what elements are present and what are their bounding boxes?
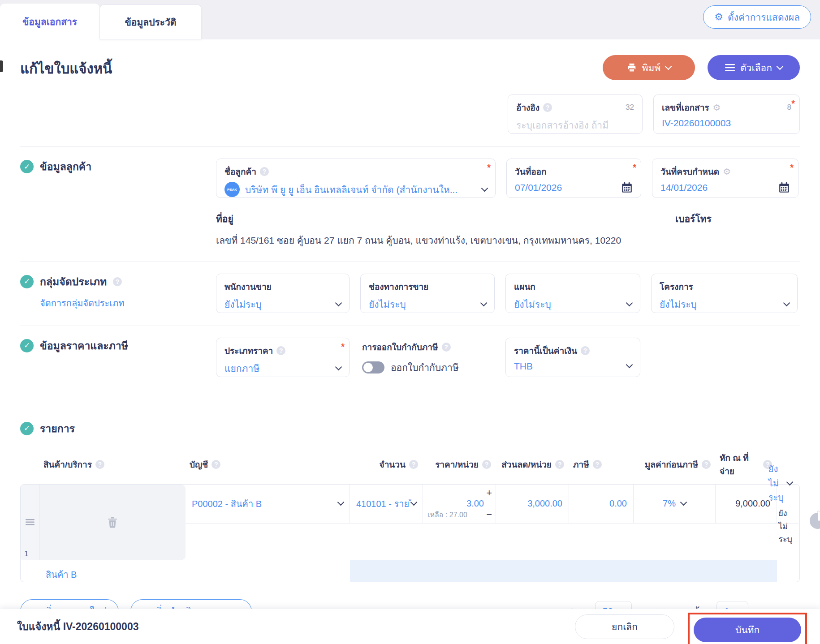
help-icon[interactable]: ? <box>593 460 602 469</box>
classification-section-title: กลุ่มจัดประเภท <box>40 274 107 290</box>
help-icon[interactable]: ? <box>543 103 552 112</box>
print-button[interactable]: พิมพ์ <box>603 55 695 80</box>
col-withholding: หัก ณ ที่จ่าย <box>720 451 760 478</box>
doc-number-label: เลขที่เอกสาร <box>662 101 709 114</box>
tab-bar: ข้อมูลเอกสาร ข้อมูลประวัติ ⚙ ตั้งค่าการแ… <box>0 0 820 39</box>
chevron-down-icon[interactable] <box>335 363 342 370</box>
reference-row: อ้างอิง ? 32 ระบุเอกสารอ้างอิง ถ้ามี * เ… <box>20 94 800 134</box>
required-asterisk: * <box>341 342 345 352</box>
reference-field[interactable]: อ้างอิง ? 32 ระบุเอกสารอ้างอิง ถ้ามี <box>508 94 643 134</box>
chevron-down-icon <box>665 63 672 70</box>
quantity-input[interactable]: 3.00 <box>429 498 484 509</box>
help-icon[interactable]: ? <box>555 460 564 469</box>
help-icon[interactable]: ? <box>260 167 269 176</box>
options-label: ตัวเลือก <box>740 60 772 75</box>
stepper-minus-icon[interactable]: − <box>486 511 492 519</box>
col-product: สินค้า/บริการ <box>43 458 92 471</box>
required-asterisk: * <box>487 163 491 173</box>
save-button[interactable]: บันทึก <box>694 618 801 642</box>
doc-number-counter: 8 <box>787 103 791 112</box>
due-date-field[interactable]: * วันที่ครบกำหนด ⚙ 14/01/2026 <box>652 159 798 198</box>
pricing-section: ✓ ข้อมูลราคาและภาษี * ประเภทราคา ? แยกภา… <box>20 338 800 378</box>
department-dropdown[interactable]: แผนก ยังไม่ระบุ <box>505 274 640 313</box>
chevron-down-icon[interactable] <box>481 185 488 192</box>
doc-number-field[interactable]: * เลขที่เอกสาร ⚙ 8 IV-20260100003 <box>653 94 800 134</box>
due-date-label: วันที่ครบกำหนด <box>660 165 719 178</box>
row-actions-cell <box>39 485 186 560</box>
address-block: ที่อยู่ เลขที่ 145/161 ซอย คู้บอน 27 แยก… <box>20 211 800 249</box>
tab-history-info[interactable]: ข้อมูลประวัติ <box>99 4 202 39</box>
doc-number-input[interactable]: IV-20260100003 <box>662 118 791 129</box>
help-icon[interactable]: ? <box>276 346 285 355</box>
help-icon[interactable]: ? <box>113 277 122 286</box>
tax-invoice-toggle[interactable] <box>362 361 384 374</box>
item-description-cell[interactable]: สินค้า B <box>39 560 350 582</box>
help-icon[interactable]: ? <box>442 343 451 352</box>
salesperson-dropdown[interactable]: พนักงานขาย ยังไม่ระบุ <box>216 274 350 313</box>
check-circle-icon: ✓ <box>20 160 34 173</box>
cancel-button[interactable]: ยกเลิก <box>575 614 674 639</box>
account-cell: 410101 - รายได้จากการขาย... <box>350 485 423 524</box>
customer-name-field[interactable]: * ชื่อลูกค้า ? PEAK บริษัท พี ยู ยู เอ็น… <box>216 159 496 198</box>
chevron-down-icon[interactable] <box>335 299 342 306</box>
chevron-down-icon[interactable] <box>480 299 488 306</box>
withholding-dropdown[interactable]: ยังไม่ระบุ <box>768 462 792 505</box>
row-handle-cell[interactable]: 1 <box>21 485 39 560</box>
address-text: เลขที่ 145/161 ซอย คู้บอน 27 แยก 7 ถนน ค… <box>216 232 644 249</box>
project-dropdown[interactable]: โครงการ ยังไม่ระบุ <box>651 274 798 313</box>
divider <box>20 262 800 262</box>
manage-classification-link[interactable]: จัดการกลุ่มจัดประเภท <box>40 296 216 310</box>
price-type-dropdown[interactable]: * ประเภทราคา ? แยกภาษี <box>216 338 350 377</box>
pie-chart-icon[interactable] <box>807 511 820 533</box>
help-icon[interactable]: ? <box>482 460 491 469</box>
chevron-down-icon <box>777 63 784 70</box>
trash-icon[interactable] <box>107 516 118 528</box>
tab-document-info[interactable]: ข้อมูลเอกสาร <box>0 4 99 39</box>
items-table-header: สินค้า/บริการ? บัญชี? จำนวน? ราคา/หน่วย?… <box>20 448 800 481</box>
quantity-remaining: เหลือ : 27.00 <box>427 509 467 520</box>
unit-price-cell: 3,000.00 <box>496 485 569 524</box>
title-row: แก้ไขใบแจ้งหนี้ พิมพ์ <box>20 57 800 80</box>
salesperson-value: ยังไม่ระบุ <box>224 297 262 312</box>
account-dropdown[interactable]: 410101 - รายได้จากการขาย... <box>356 497 416 511</box>
calendar-icon[interactable] <box>778 182 790 193</box>
chevron-down-icon[interactable] <box>626 299 633 306</box>
reference-input[interactable]: ระบุเอกสารอ้างอิง ถ้ามี <box>516 118 634 133</box>
help-icon[interactable]: ? <box>702 460 711 469</box>
check-circle-icon: ✓ <box>20 422 34 435</box>
chevron-down-icon[interactable] <box>783 299 790 306</box>
issue-date-value: 07/01/2026 <box>515 182 562 193</box>
tax-dropdown[interactable]: 7% <box>663 498 676 509</box>
reference-label: อ้างอิง <box>516 101 539 114</box>
options-button[interactable]: ตัวเลือก <box>708 55 800 80</box>
help-icon[interactable]: ? <box>409 460 418 469</box>
items-section: ✓ รายการ สินค้า/บริการ? บัญชี? จำนวน? รา… <box>20 421 800 623</box>
help-icon[interactable]: ? <box>211 460 220 469</box>
currency-dropdown[interactable]: ราคานี้เป็นค่าเงิน ? THB <box>505 338 640 377</box>
discount-input[interactable]: 0.00 <box>609 498 627 509</box>
items-section-title: รายการ <box>40 421 75 437</box>
gear-icon[interactable]: ⚙ <box>713 103 721 112</box>
product-cell: P00002 - สินค้า B <box>186 485 350 524</box>
chevron-down-icon <box>337 499 345 506</box>
withholding-cell: ยังไม่ระบุ ยังไม่ระบุ <box>777 485 798 524</box>
chevron-down-icon[interactable] <box>680 499 687 506</box>
calendar-icon[interactable] <box>621 182 633 193</box>
reference-counter: 32 <box>626 103 634 112</box>
phone-label: เบอร์โทร <box>675 211 712 249</box>
help-icon[interactable]: ? <box>581 346 590 355</box>
gear-icon[interactable]: ⚙ <box>723 167 731 176</box>
product-dropdown[interactable]: P00002 - สินค้า B <box>192 497 343 511</box>
project-value: ยังไม่ระบุ <box>660 297 697 312</box>
stepper-plus-icon[interactable]: + <box>486 489 492 497</box>
customer-section-title: ข้อมูลลูกค้า <box>40 159 91 175</box>
tax-invoice-label: การออกใบกำกับภาษี <box>362 340 438 354</box>
help-icon[interactable]: ? <box>95 460 104 469</box>
unit-price-input[interactable]: 3,000.00 <box>527 498 562 509</box>
chevron-down-icon[interactable] <box>626 361 633 369</box>
display-settings-button[interactable]: ⚙ ตั้งค่าการแสดงผล <box>703 5 811 29</box>
salesperson-label: พนักงานขาย <box>224 280 272 293</box>
issue-date-field[interactable]: * วันที่ออก 07/01/2026 <box>506 159 641 198</box>
sales-channel-dropdown[interactable]: ช่องทางการขาย ยังไม่ระบุ <box>360 274 495 313</box>
pricing-section-title: ข้อมูลราคาและภาษี <box>40 338 128 354</box>
